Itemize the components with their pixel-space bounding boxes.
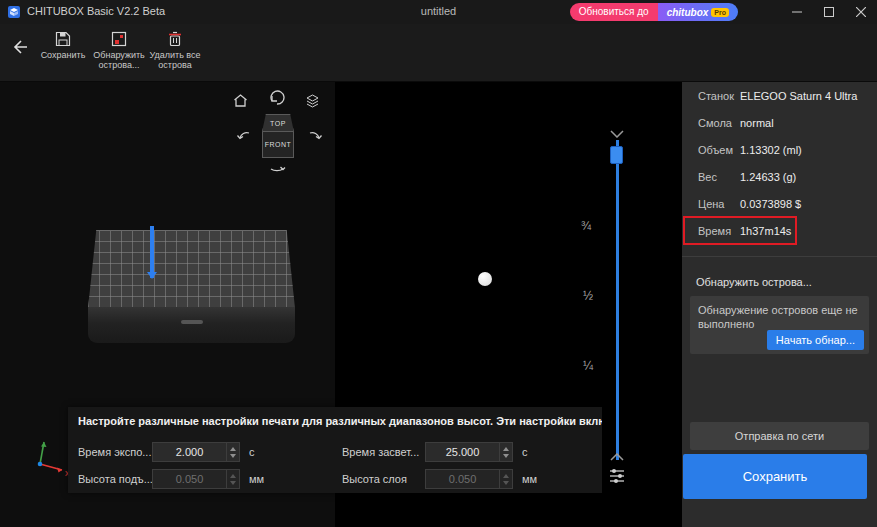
layer-height-input: 0.050 <box>425 469 513 489</box>
slider-bottom-chevron-button[interactable] <box>610 447 624 465</box>
price-label: Цена <box>682 198 740 210</box>
rotate-down-icon <box>268 166 286 180</box>
build-plate-surface <box>88 230 295 308</box>
price-value: 0.0373898 $ <box>740 198 801 210</box>
view-cube-top-face[interactable]: TOP <box>262 114 294 132</box>
titlebar: CHITUBOX Basic V2.2 Beta untitled Обнови… <box>0 0 877 24</box>
home-icon <box>233 93 248 108</box>
maximize-button[interactable] <box>813 0 845 24</box>
spin-down-icon <box>230 481 236 485</box>
weight-label: Вес <box>682 171 740 183</box>
minimize-icon <box>792 7 802 17</box>
time-label: Время <box>682 225 740 237</box>
view-layers-button[interactable] <box>305 93 320 112</box>
z-axis-gizmo[interactable] <box>150 226 154 278</box>
layer-slider-handle[interactable] <box>610 146 623 164</box>
view-cube-front-face[interactable]: FRONT <box>262 132 294 158</box>
build-plate[interactable] <box>88 230 295 344</box>
bottom-exposure-input[interactable]: 25.000 <box>425 442 513 462</box>
save-tool-label: Сохранить <box>41 50 86 60</box>
z-axis-dot <box>38 462 43 467</box>
close-button[interactable] <box>845 0 877 24</box>
stat-row-weight: Вес 1.24633 (g) <box>682 163 877 190</box>
detect-islands-icon <box>110 28 128 50</box>
app-title: CHITUBOX Basic V2.2 Beta <box>27 5 165 17</box>
rotate-left-button[interactable] <box>236 129 253 150</box>
detect-islands-label: Обнаружить острова... <box>93 50 145 70</box>
slider-mark-three-quarters: ¾ <box>581 219 591 233</box>
y-axis-arrow <box>41 442 47 447</box>
exposure-time-unit: с <box>249 441 255 463</box>
document-title: untitled <box>421 5 456 17</box>
trash-icon <box>166 28 184 50</box>
save-tool-button[interactable]: Сохранить <box>34 28 92 80</box>
field-row-1: Время экспо... 2.000 с Время засвет... 2… <box>68 441 602 463</box>
spin-up-icon[interactable] <box>503 447 509 451</box>
islands-status-box: Обнаружение островов еще не выполнено На… <box>690 296 869 354</box>
chitubox-window: CHITUBOX Basic V2.2 Beta untitled Обнови… <box>0 0 877 527</box>
save-file-button[interactable]: Сохранить <box>683 454 867 499</box>
panel-divider <box>682 256 877 257</box>
close-icon <box>856 7 866 17</box>
exposure-time-input[interactable]: 2.000 <box>152 442 240 462</box>
layer-height-label: Высота слоя <box>342 468 407 490</box>
exposure-time-label: Время экспо... <box>78 441 151 463</box>
rotate-right-button[interactable] <box>306 129 323 150</box>
bottom-exposure-value[interactable]: 25.000 <box>426 443 499 461</box>
rotate-right-icon <box>306 129 323 146</box>
machine-value: ELEGOO Saturn 4 Ultra <box>740 90 857 102</box>
delete-islands-label: Удалить все острова <box>149 50 200 70</box>
layer-height-value: 0.050 <box>426 470 499 488</box>
spin-up-icon <box>503 474 509 478</box>
islands-status-text: Обнаружение островов еще не выполнено <box>698 303 861 331</box>
window-controls <box>781 0 877 24</box>
start-detection-button[interactable]: Начать обнар... <box>767 330 864 350</box>
print-info-panel: Станок ELEGOO Saturn 4 Ultra Смола norma… <box>682 82 877 527</box>
slider-mark-half: ½ <box>583 289 593 303</box>
field-row-2: Высота подъ... 0.050 мм Высота слоя 0.05… <box>68 468 602 490</box>
spin-down-icon[interactable] <box>503 454 509 458</box>
layer-slider-track[interactable] <box>616 140 619 460</box>
detect-islands-tool-button[interactable]: Обнаружить острова... <box>90 28 148 80</box>
build-plate-logo <box>181 320 203 324</box>
delete-islands-tool-button[interactable]: Удалить все острова <box>146 28 204 80</box>
chevron-down-icon <box>610 130 624 138</box>
lift-height-spinner <box>226 470 239 488</box>
bottom-exposure-unit: с <box>522 441 528 463</box>
lift-height-label: Высота подъ... <box>78 468 153 490</box>
rotate-down-button[interactable] <box>268 166 286 184</box>
lift-height-unit: мм <box>249 468 264 490</box>
layers-icon <box>305 93 320 108</box>
upgrade-to-pro-button[interactable]: Обновиться до chitubox Pro <box>570 3 738 21</box>
height-range-settings-button[interactable] <box>608 467 626 489</box>
exposure-time-value[interactable]: 2.000 <box>153 443 226 461</box>
back-button[interactable] <box>10 37 32 59</box>
home-view-button[interactable] <box>233 93 248 112</box>
bottom-exposure-spinner[interactable] <box>499 443 512 461</box>
bottom-exposure-label: Время засвет... <box>342 441 419 463</box>
height-settings-panel: Настройте различные настройки печати для… <box>68 407 602 493</box>
islands-section-header: Обнаружить острова... <box>696 276 812 288</box>
height-settings-description: Настройте различные настройки печати для… <box>68 407 602 429</box>
model-sphere[interactable] <box>478 272 492 286</box>
exposure-time-spinner[interactable] <box>226 443 239 461</box>
rotate-ccw-button[interactable] <box>268 90 287 111</box>
back-arrow-icon <box>10 37 30 57</box>
chevron-up-icon <box>610 453 624 461</box>
tune-sliders-icon <box>608 467 626 485</box>
slider-mark-quarter: ¼ <box>583 359 593 373</box>
network-send-button[interactable]: Отправка по сети <box>690 422 869 450</box>
minimize-button[interactable] <box>781 0 813 24</box>
rotate-left-icon <box>236 129 253 146</box>
volume-label: Объем <box>682 144 740 156</box>
spin-down-icon[interactable] <box>230 454 236 458</box>
resin-value: normal <box>740 117 774 129</box>
pro-badge: Pro <box>711 8 729 17</box>
stat-row-volume: Объем 1.13302 (ml) <box>682 136 877 163</box>
upgrade-brand: chitubox <box>667 7 709 18</box>
view-cube[interactable]: TOP FRONT <box>262 114 294 160</box>
machine-label: Станок <box>682 90 740 102</box>
maximize-icon <box>824 7 834 17</box>
spin-up-icon[interactable] <box>230 447 236 451</box>
resin-label: Смола <box>682 117 740 129</box>
